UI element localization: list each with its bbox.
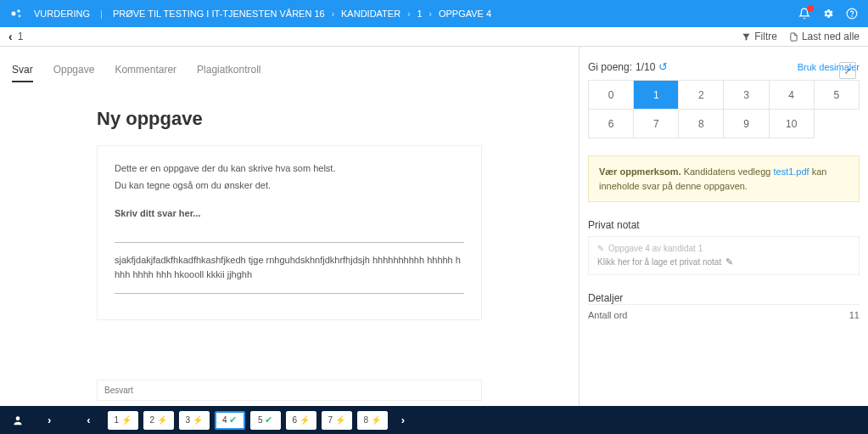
page-next-icon[interactable]: › [396,414,410,426]
svg-point-1 [17,9,20,13]
answer-status: Besvart [97,380,482,401]
score-cell-2[interactable]: 2 [679,81,724,110]
back-chevron-icon[interactable]: ‹ [8,30,13,43]
notifications-icon[interactable] [798,8,810,20]
page-button-6[interactable]: 6⚡ [286,411,316,430]
topbar: VURDERING | PRØVE TIL TESTING I IT-TJENE… [0,0,868,27]
breadcrumb-item[interactable]: VURDERING [34,8,90,19]
divider [115,293,464,294]
tab-plagiatkontroll[interactable]: Plagiatkontroll [197,64,260,82]
chevron-right-icon: › [332,9,334,19]
details-row: Antall ord 11 [588,304,860,325]
attachment-link[interactable]: test1.pdf [773,166,809,177]
candidate-next-icon[interactable]: › [42,414,56,426]
svg-point-2 [19,15,21,18]
breadcrumb-item[interactable]: PRØVE TIL TESTING I IT-TJENESTEN VÅREN 1… [113,8,325,19]
chevron-right-icon: › [407,9,410,19]
page-number: 3 [185,415,190,425]
filter-button[interactable]: Filtre [742,31,777,42]
tab-kommentarer[interactable]: Kommentarer [115,64,176,82]
page-button-4[interactable]: 4✔ [215,411,245,430]
page-number: 7 [328,415,333,425]
page-button-2[interactable]: 2⚡ [143,411,174,430]
score-value: 1/10 [636,61,655,73]
document-title: Ny oppgave [97,108,482,130]
breadcrumb-item[interactable]: 1 [417,8,422,19]
settings-icon[interactable] [822,8,834,20]
bolt-icon: ⚡ [193,415,203,425]
score-cell-4[interactable]: 4 [770,81,815,110]
svg-point-5 [16,416,20,420]
download-all-button[interactable]: Last ned alle [789,31,860,42]
main: ⤢ Svar Oppgave Kommentarer Plagiatkontro… [0,47,868,406]
reset-score-icon[interactable]: ↺ [658,60,668,73]
content-tabs: Svar Oppgave Kommentarer Plagiatkontroll [12,64,567,82]
breadcrumb: VURDERING | PRØVE TIL TESTING I IT-TJENE… [34,8,491,19]
candidate-answer: sjakfjdakjfadkfhkadfhkashfjkedh tjge rnh… [115,253,464,283]
user-icon[interactable] [12,414,24,426]
page-number: 4 [222,415,227,425]
bolt-icon: ⚡ [121,415,132,425]
page-number: 6 [292,415,297,425]
score-cell-7[interactable]: 7 [634,110,679,138]
score-cell-10[interactable]: 10 [770,110,815,138]
page-number: 5 [258,415,263,425]
score-cell-5[interactable]: 5 [815,81,860,110]
svg-point-0 [12,12,16,16]
bolt-icon: ⚡ [157,415,167,425]
score-header: Gi poeng: 1/10 ↺ Bruk desimaler [588,60,860,73]
app-logo [10,7,24,20]
document-line: Du kan tegne også om du ønsker det. [115,178,464,194]
details-title: Detaljer [588,292,860,304]
page-number: 8 [363,415,368,425]
page-button-5[interactable]: 5✔ [250,411,281,430]
score-cell-6[interactable]: 6 [589,110,634,138]
note-context: Oppgave 4 av kandidat 1 [608,244,703,253]
score-cell-8[interactable]: 8 [679,110,724,138]
notification-dot [807,5,814,12]
alert-bold: Vær oppmerksom. [599,166,681,177]
private-note-box[interactable]: ✎ Oppgave 4 av kandidat 1 Klikk her for … [588,236,860,275]
score-cell-0[interactable]: 0 [589,81,634,110]
tab-svar[interactable]: Svar [12,64,33,82]
subbar: ‹ 1 Filtre Last ned alle [0,27,868,47]
left-pane: ⤢ Svar Oppgave Kommentarer Plagiatkontro… [0,47,580,406]
page-prev-icon[interactable]: ‹ [81,414,95,426]
score-cell-1[interactable]: 1 [634,81,679,110]
attachment-alert: Vær oppmerksom. Kandidatens vedlegg test… [588,155,860,202]
breadcrumb-item[interactable]: OPPGAVE 4 [439,8,491,19]
page-number: 1 [114,415,119,425]
svg-point-4 [852,16,853,17]
tab-oppgave[interactable]: Oppgave [53,64,95,82]
document-prompt: Skriv ditt svar her... [115,206,464,222]
document-body: Dette er en oppgave der du kan skrive hv… [97,145,482,320]
breadcrumb-divider: | [100,8,103,19]
document-area: Ny oppgave Dette er en oppgave der du ka… [97,108,482,320]
bolt-icon: ⚡ [371,415,381,425]
document-line: Dette er en oppgave der du kan skrive hv… [115,161,464,177]
check-icon: ✔ [265,414,272,426]
expand-icon[interactable]: ⤢ [839,62,856,79]
right-pane: Gi poeng: 1/10 ↺ Bruk desimaler 01234567… [580,47,868,406]
details-label: Antall ord [588,310,627,320]
chevron-right-icon: › [429,9,432,19]
subbar-number: 1 [18,31,24,42]
score-grid: 012345678910 [588,80,860,138]
check-icon: ✔ [229,414,237,426]
score-cell-3[interactable]: 3 [724,81,769,110]
details-value: 11 [849,310,860,320]
private-note-title: Privat notat [588,219,860,231]
page-button-3[interactable]: 3⚡ [179,411,210,430]
download-all-label: Last ned alle [802,31,860,42]
page-button-8[interactable]: 8⚡ [357,411,388,430]
help-icon[interactable] [846,8,858,20]
note-placeholder: Klikk her for å lage et privat notat [597,257,721,267]
page-button-1[interactable]: 1⚡ [108,411,138,430]
edit-icon: ✎ [597,244,604,253]
bolt-icon: ⚡ [335,415,345,425]
page-navigation: 1⚡2⚡3⚡4✔5✔6⚡7⚡8⚡ [108,411,388,430]
score-cell-9[interactable]: 9 [724,110,769,138]
pencil-icon: ✎ [725,256,733,268]
breadcrumb-item[interactable]: KANDIDATER [341,8,400,19]
page-button-7[interactable]: 7⚡ [322,411,352,430]
